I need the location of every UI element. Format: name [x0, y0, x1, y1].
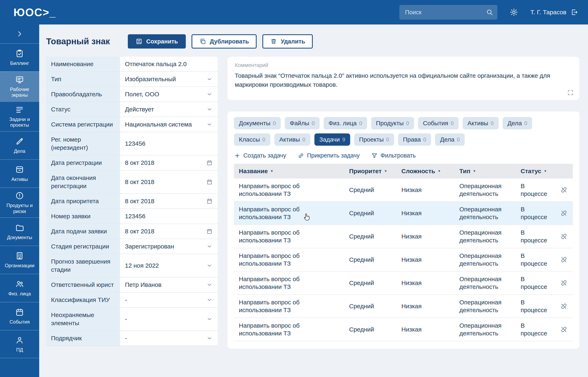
field-value[interactable]: 8 окт 2018 [120, 171, 218, 193]
calendar-icon[interactable] [206, 160, 213, 166]
chevron-down-icon[interactable] [206, 316, 213, 322]
sort-icon[interactable]: ▼ [384, 169, 387, 173]
relation-tab[interactable]: Физ. лица 0 [324, 117, 367, 129]
field-value[interactable]: 8 окт 2018 [120, 224, 218, 239]
task-name[interactable]: Направить вопрос об использовании ТЗ [234, 271, 329, 294]
task-name[interactable]: Направить вопрос об использовании ТЗ [234, 202, 329, 225]
relation-tab[interactable]: Классы 0 [234, 133, 270, 146]
field-value[interactable]: Отпечаток пальца 2.0 [120, 57, 218, 71]
chevron-down-icon[interactable] [206, 262, 213, 269]
sidebar-item[interactable]: Физ. лица [0, 274, 39, 302]
calendar-icon[interactable] [206, 228, 213, 235]
column-header-status[interactable]: Статус▼ [516, 168, 555, 175]
task-name[interactable]: Направить вопрос об использовании ТЗ [234, 295, 329, 318]
field-value[interactable]: 8 окт 2018 [120, 155, 218, 170]
relation-tab[interactable]: Права 0 [398, 133, 431, 146]
column-header-priority[interactable]: Приоритет▼ [344, 168, 396, 175]
task-name[interactable]: Направить вопрос об использовании ТЗ [234, 225, 329, 248]
relation-tab[interactable]: Документы 0 [234, 117, 281, 129]
task-name[interactable]: Направить вопрос об использовании ТЗ [234, 318, 329, 341]
column-header-complexity[interactable]: Сложность▼ [396, 168, 454, 175]
sort-icon[interactable]: ▼ [270, 169, 274, 173]
create-task-link[interactable]: Создать задачу [234, 152, 286, 159]
sidebar-item[interactable]: Биллинг [0, 43, 39, 71]
field-value[interactable]: Петр Иванов [120, 277, 218, 292]
duplicate-button[interactable]: Дублировать [192, 34, 257, 48]
unlink-icon[interactable] [560, 186, 568, 194]
sidebar-expand-button[interactable] [0, 24, 39, 43]
search-input[interactable] [404, 9, 486, 16]
field-value[interactable]: - [120, 293, 218, 307]
search-icon[interactable] [486, 9, 493, 16]
unlink-icon[interactable] [560, 256, 568, 264]
unlink-icon[interactable] [560, 302, 568, 310]
field-value[interactable]: - [120, 331, 218, 346]
chevron-down-icon[interactable] [206, 76, 213, 82]
logout-icon[interactable] [570, 8, 578, 16]
chevron-down-icon[interactable] [206, 121, 213, 128]
task-row[interactable]: Направить вопрос об использовании ТЗ Сре… [234, 271, 573, 295]
relation-tab[interactable]: Файлы 0 [285, 117, 319, 129]
sidebar-item[interactable]: Активы [0, 159, 39, 188]
sidebar-item[interactable]: Документы [0, 217, 39, 246]
sort-icon[interactable]: ▼ [544, 169, 547, 173]
unlink-icon[interactable] [560, 279, 568, 287]
sidebar-item[interactable]: События [0, 302, 39, 330]
field-value[interactable]: Изобразительный [120, 72, 218, 86]
field-value[interactable]: 12 ноя 2022 [120, 254, 218, 277]
expand-comment-icon[interactable] [567, 89, 574, 96]
sidebar-item[interactable]: Дела [0, 131, 39, 159]
filter-link[interactable]: Фильтровать [371, 152, 416, 159]
user-menu[interactable]: Т. Г. Тарасов [530, 8, 578, 16]
relation-tab[interactable]: Активы 0 [274, 133, 310, 146]
field-value[interactable]: 123456 [120, 209, 218, 224]
task-row[interactable]: Направить вопрос об использовании ТЗ Сре… [234, 225, 573, 248]
sidebar-item[interactable]: ПД [0, 330, 39, 358]
chevron-down-icon[interactable] [206, 243, 213, 250]
chevron-down-icon[interactable] [206, 91, 213, 97]
save-button[interactable]: Сохранить [128, 34, 186, 48]
sidebar-item[interactable]: Задачи и проекты [0, 101, 39, 131]
unlink-icon[interactable] [560, 209, 568, 217]
field-value[interactable]: Национальная система [120, 117, 218, 132]
sort-icon[interactable]: ▼ [438, 169, 441, 173]
comment-text[interactable]: Товарный знак “Отпечаток пальца 2.0” акт… [235, 71, 572, 89]
task-row[interactable]: Направить вопрос об использовании ТЗ Сре… [234, 318, 573, 341]
column-header-type[interactable]: Тип▼ [454, 168, 516, 175]
calendar-icon[interactable] [206, 179, 213, 185]
relation-tab[interactable]: Проекты 0 [354, 133, 394, 146]
chevron-down-icon[interactable] [206, 335, 213, 342]
attach-task-link[interactable]: Прикрепить задачу [298, 152, 360, 159]
column-header-name[interactable]: Название▼ [234, 168, 344, 175]
task-row[interactable]: Направить вопрос об использовании ТЗ Сре… [234, 202, 573, 225]
task-name[interactable]: Направить вопрос об использовании ТЗ [234, 178, 329, 201]
field-value[interactable]: 8 окт 2018 [120, 194, 218, 209]
task-row[interactable]: Направить вопрос об использовании ТЗ Сре… [234, 295, 573, 318]
relation-tab[interactable]: Дела 0 [503, 117, 532, 129]
task-row[interactable]: Направить вопрос об использовании ТЗ Сре… [234, 178, 573, 202]
sidebar-item[interactable]: Рабочие экраны [0, 71, 39, 101]
sort-icon[interactable]: ▼ [473, 169, 476, 173]
field-value[interactable]: Действует [120, 102, 218, 117]
field-value[interactable]: - [120, 308, 218, 330]
chevron-down-icon[interactable] [206, 297, 213, 303]
task-row[interactable]: Направить вопрос об использовании ТЗ Сре… [234, 248, 573, 271]
chevron-down-icon[interactable] [206, 282, 213, 288]
relation-tab[interactable]: Активы 0 [463, 117, 499, 129]
relation-tab[interactable]: Дела 0 [435, 133, 465, 146]
relation-tab[interactable]: Задачи 9 [314, 133, 350, 146]
field-value[interactable]: Полет, ООО [120, 87, 218, 102]
field-value[interactable]: 123456 [120, 132, 218, 155]
unlink-icon[interactable] [560, 326, 568, 333]
calendar-icon[interactable] [206, 198, 213, 204]
chevron-down-icon[interactable] [206, 106, 213, 113]
settings-gear-icon[interactable] [510, 8, 518, 17]
delete-button[interactable]: Удалить [262, 34, 313, 48]
relation-tab[interactable]: Продукты 0 [371, 117, 414, 129]
unlink-icon[interactable] [560, 233, 568, 240]
relation-tab[interactable]: События 0 [418, 117, 459, 129]
search-box[interactable] [399, 5, 497, 20]
field-value[interactable]: Зарегистрирован [120, 239, 218, 254]
sidebar-item[interactable]: Продукты и риски [0, 188, 39, 217]
task-name[interactable]: Направить вопрос об использовании ТЗ [234, 248, 329, 271]
